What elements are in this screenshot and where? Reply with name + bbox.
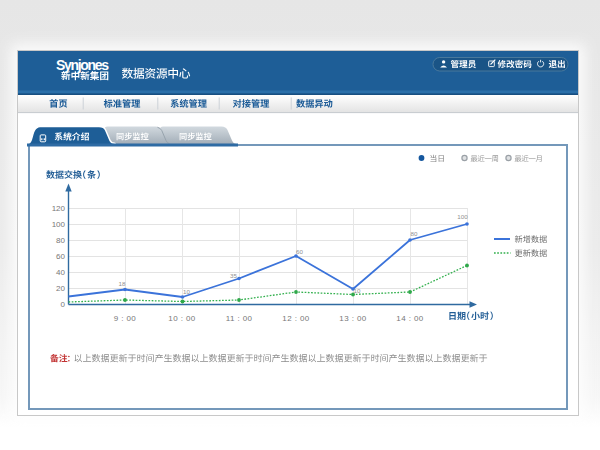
svg-text:40: 40: [56, 268, 65, 277]
svg-text:80: 80: [56, 236, 65, 245]
svg-text:20: 20: [56, 284, 65, 293]
svg-text:100: 100: [457, 213, 468, 220]
svg-text:0: 0: [61, 300, 66, 309]
svg-text:80: 80: [411, 230, 418, 237]
svg-text:Synjones: Synjones: [56, 57, 109, 73]
svg-text:60: 60: [296, 248, 303, 255]
svg-text:13 : 00: 13 : 00: [339, 314, 366, 323]
svg-text:10 : 00: 10 : 00: [168, 314, 195, 323]
svg-text:100: 100: [52, 220, 66, 229]
svg-text:60: 60: [56, 252, 65, 261]
svg-text:35: 35: [230, 272, 237, 279]
svg-text:9 : 00: 9 : 00: [114, 314, 137, 323]
svg-text:12 : 00: 12 : 00: [282, 314, 309, 323]
svg-text:11 : 00: 11 : 00: [226, 314, 253, 323]
svg-text:14 : 00: 14 : 00: [396, 314, 423, 323]
svg-text:10: 10: [354, 287, 361, 294]
svg-text:18: 18: [119, 280, 126, 287]
svg-text:10: 10: [183, 288, 190, 295]
svg-text:120: 120: [52, 204, 66, 213]
